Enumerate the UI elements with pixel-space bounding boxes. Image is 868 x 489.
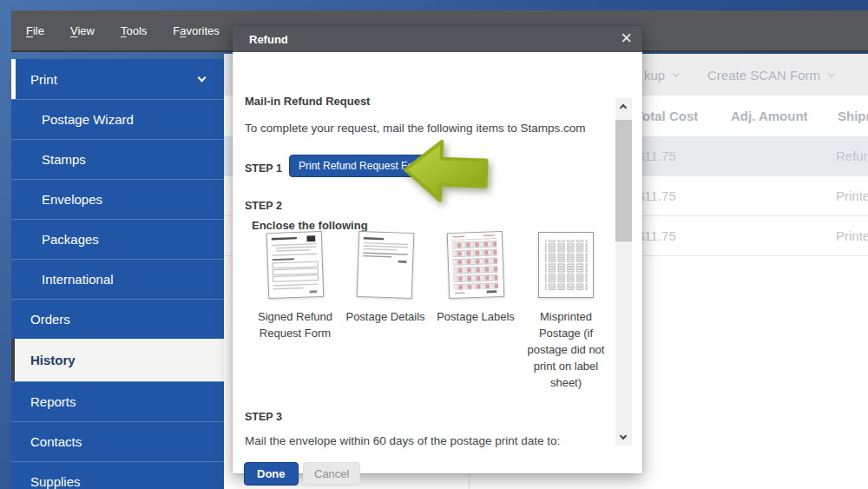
enclosure-caption: Misprinted Postage (if postage did not p… <box>523 308 609 391</box>
enclosure-item: Postage Details <box>342 232 429 325</box>
close-icon[interactable]: × <box>621 27 632 50</box>
schedule-pickup-button-clipped[interactable]: kup <box>644 54 679 96</box>
enclose-following-label: Enclose the following <box>252 219 368 232</box>
mail-in-refund-heading: Mail-in Refund Request <box>245 95 370 108</box>
chevron-down-icon <box>828 69 835 76</box>
enclosure-item: Misprinted Postage (if postage did not p… <box>523 232 609 391</box>
scroll-down-icon[interactable] <box>620 433 627 439</box>
sidebar-item-international[interactable]: International <box>11 259 224 299</box>
modal-title: Refund <box>249 33 288 46</box>
sidebar-item-reports[interactable]: Reports <box>11 381 224 421</box>
step2-label: STEP 2 <box>245 200 282 212</box>
column-header-adj-amount[interactable]: Adj. Amount <box>731 96 808 136</box>
chevron-down-icon <box>198 73 207 82</box>
refund-modal-body: Mail-in Refund Request To complete your … <box>233 52 642 473</box>
column-header-shipment[interactable]: Shipment <box>838 96 868 136</box>
signed-refund-form-thumbnail <box>266 231 325 299</box>
done-button[interactable]: Done <box>244 462 299 486</box>
enclosure-item: Postage Labels <box>432 232 519 325</box>
menu-tools[interactable]: Tools <box>121 24 147 37</box>
active-item-accent <box>11 339 15 381</box>
sidebar-item-supplies[interactable]: Supplies <box>11 461 224 489</box>
step3-text: Mail the envelope within 60 days of the … <box>245 434 560 447</box>
sidebar-item-print[interactable]: Print <box>11 59 224 99</box>
sidebar-item-contacts[interactable]: Contacts <box>11 421 224 461</box>
sidebar-item-stamps[interactable]: Stamps <box>11 139 224 179</box>
step1-label: STEP 1 <box>245 162 282 175</box>
active-section-accent <box>11 59 16 99</box>
sidebar-item-history[interactable]: History <box>11 339 224 381</box>
sidebar-item-orders[interactable]: Orders <box>11 299 224 339</box>
refund-modal: Refund × Mail-in Refund Request To compl… <box>233 26 642 473</box>
cancel-button[interactable]: Cancel <box>303 462 360 486</box>
enclosure-item: Signed Refund Request Form <box>252 232 339 341</box>
sidebar-item-packages[interactable]: Packages <box>11 219 224 259</box>
refund-modal-header: Refund × <box>233 26 642 52</box>
step3-label: STEP 3 <box>245 411 282 423</box>
refund-intro-text: To complete your request, mail the follo… <box>245 122 585 135</box>
green-arrow-pointer <box>402 137 491 206</box>
sidebar-item-postage-wizard[interactable]: Postage Wizard <box>11 99 224 139</box>
enclosure-caption: Postage Labels <box>432 308 519 325</box>
sidebar-item-envelopes[interactable]: Envelopes <box>11 179 224 219</box>
scroll-up-icon[interactable] <box>620 104 627 111</box>
sidebar: Print Postage Wizard Stamps Envelopes Pa… <box>11 59 224 489</box>
menu-view[interactable]: View <box>70 24 95 37</box>
menu-favorites[interactable]: Favorites <box>173 24 219 37</box>
column-header-total-cost[interactable]: Total Cost <box>635 96 698 136</box>
scrollbar-thumb[interactable] <box>615 120 632 241</box>
create-scan-form-button[interactable]: Create SCAN Form <box>707 54 834 96</box>
postage-labels-thumbnail <box>447 231 505 299</box>
postage-details-thumbnail <box>357 231 415 299</box>
enclosure-caption: Signed Refund Request Form <box>252 308 339 341</box>
misprinted-postage-thumbnail <box>538 232 594 298</box>
menu-file[interactable]: File <box>26 24 44 37</box>
chevron-down-icon <box>673 69 680 76</box>
modal-scrollbar[interactable] <box>615 98 632 446</box>
enclosure-caption: Postage Details <box>342 308 429 325</box>
